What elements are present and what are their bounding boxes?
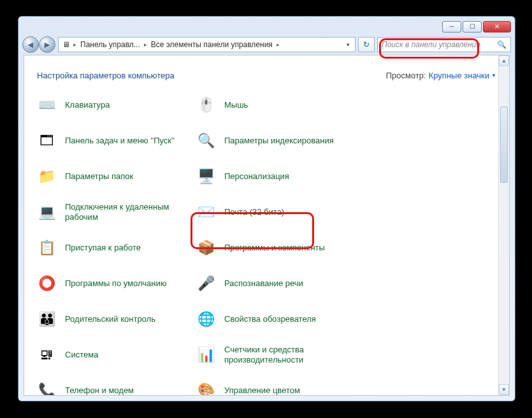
view-selector: Просмотр: Крупные значки ▼ <box>386 71 496 80</box>
item-icon: 🌐 <box>195 308 217 330</box>
refresh-button[interactable]: ↻ <box>358 37 375 52</box>
items-grid: ⌨️Клавиатура🖱️Мышь🗔Панель задач и меню '… <box>24 92 509 396</box>
item-icon: ⭕ <box>36 273 57 294</box>
item-icon: 🗔 <box>36 130 57 152</box>
breadcrumb-item[interactable]: Панель управл... <box>78 40 142 49</box>
item-label: Счетчики и средства производительности <box>224 345 361 366</box>
window-controls: ─ ☐ ✕ <box>442 21 511 32</box>
page-header: Настройка параметров компьютера Просмотр… <box>24 55 509 92</box>
control-panel-item[interactable]: 🖳Система <box>36 342 195 368</box>
scroll-up-button[interactable]: ▲ <box>499 55 509 66</box>
item-label: Программы и компоненты <box>224 243 325 253</box>
item-label: Почта (32 бита) <box>224 207 284 217</box>
view-value: Крупные значки <box>429 71 489 80</box>
control-panel-item[interactable]: ✉️Почта (32 бита) <box>195 199 361 226</box>
item-icon: 📋 <box>36 237 57 259</box>
address-dropdown-icon[interactable]: ▾ <box>344 41 352 48</box>
address-bar[interactable]: 🖥 ▸ Панель управл... ▸ Все элементы пане… <box>58 37 356 52</box>
item-label: Программы по умолчанию <box>65 278 166 289</box>
close-button[interactable]: ✕ <box>483 21 511 32</box>
control-panel-item[interactable]: 🎨Управление цветом <box>195 377 361 396</box>
control-panel-item[interactable]: ⌨️Клавиатура <box>36 92 195 119</box>
control-panel-item[interactable]: 🖱️Мышь <box>195 92 361 119</box>
search-icon: 🔍 <box>497 40 507 49</box>
item-icon: 🖱️ <box>195 94 217 116</box>
scrollbar-thumb[interactable] <box>500 106 508 183</box>
item-icon: 📁 <box>36 166 57 187</box>
minimize-button[interactable]: ─ <box>442 21 461 32</box>
item-label: Родительский контроль <box>65 314 155 324</box>
item-label: Параметры папок <box>65 171 133 182</box>
control-panel-item[interactable]: 📊Счетчики и средства производительности <box>195 342 361 368</box>
maximize-button[interactable]: ☐ <box>463 21 482 32</box>
control-panel-item[interactable]: 🖥️Персонализация <box>195 163 361 190</box>
view-label: Просмотр: <box>386 71 426 80</box>
item-icon: 📦 <box>195 237 217 259</box>
item-label: Управление цветом <box>224 386 300 396</box>
nav-buttons: ◄ ► <box>22 36 55 53</box>
titlebar: ─ ☐ ✕ <box>18 17 515 34</box>
item-label: Мышь <box>224 100 248 110</box>
breadcrumb-separator: ▸ <box>277 41 280 48</box>
item-label: Распознавание речи <box>224 278 303 289</box>
item-label: Подключения к удаленным рабочим <box>65 202 195 223</box>
item-icon: 🎨 <box>195 380 217 396</box>
navigation-bar: ◄ ► 🖥 ▸ Панель управл... ▸ Все элементы … <box>18 34 515 55</box>
control-panel-item[interactable]: 🗔Панель задач и меню ''Пуск'' <box>36 127 195 154</box>
control-panel-item[interactable]: 🎤Распознавание речи <box>195 270 361 297</box>
control-panel-item[interactable]: 📦Программы и компоненты <box>195 234 361 261</box>
vertical-scrollbar[interactable]: ▲ ▼ <box>498 55 509 395</box>
back-button[interactable]: ◄ <box>22 36 39 53</box>
content-area: Настройка параметров компьютера Просмотр… <box>24 55 510 396</box>
control-panel-item[interactable]: 📞Телефон и модем <box>36 377 195 396</box>
control-panel-item[interactable]: ⭕Программы по умолчанию <box>36 270 195 297</box>
control-panel-window: ─ ☐ ✕ ◄ ► 🖥 ▸ Панель управл... ▸ Все эле… <box>18 16 515 401</box>
control-panel-icon: 🖥 <box>61 40 71 50</box>
breadcrumb-separator: ▸ <box>73 41 76 48</box>
item-icon: 🎤 <box>195 273 217 294</box>
item-icon: ✉️ <box>195 201 217 223</box>
chevron-down-icon: ▼ <box>491 73 496 78</box>
item-label: Приступая к работе <box>65 243 141 253</box>
item-label: Свойства обозревателя <box>224 314 316 324</box>
control-panel-item[interactable]: 🔍Параметры индексирования <box>195 127 361 154</box>
scroll-down-button[interactable]: ▼ <box>499 384 509 395</box>
item-icon: 📊 <box>195 344 217 366</box>
forward-button[interactable]: ► <box>39 36 55 53</box>
item-icon: 🔍 <box>195 130 217 152</box>
item-label: Телефон и модем <box>65 386 134 396</box>
item-icon: 👪 <box>36 308 57 330</box>
breadcrumb-separator: ▸ <box>144 41 147 48</box>
item-label: Панель задач и меню ''Пуск'' <box>65 136 175 146</box>
page-title: Настройка параметров компьютера <box>37 71 175 80</box>
item-icon: ⌨️ <box>36 94 57 116</box>
item-icon: 💻 <box>36 201 57 223</box>
item-label: Параметры индексирования <box>224 136 334 146</box>
search-input[interactable]: Поиск в панели управления 🔍 <box>377 37 511 52</box>
control-panel-item[interactable]: 👪Родительский контроль <box>36 306 195 333</box>
item-label: Клавиатура <box>65 100 110 110</box>
control-panel-item[interactable]: 💻Подключения к удаленным рабочим <box>36 199 195 226</box>
item-label: Система <box>65 350 98 360</box>
search-placeholder: Поиск в панели управления <box>382 40 480 49</box>
control-panel-item[interactable]: 🌐Свойства обозревателя <box>195 306 361 333</box>
view-dropdown[interactable]: Крупные значки ▼ <box>429 71 496 80</box>
item-label: Персонализация <box>224 171 289 182</box>
item-icon: 🖥️ <box>195 166 217 187</box>
control-panel-item[interactable]: 📋Приступая к работе <box>36 234 195 261</box>
control-panel-item[interactable]: 📁Параметры папок <box>36 163 195 190</box>
breadcrumb-item[interactable]: Все элементы панели управления <box>149 40 275 49</box>
item-icon: 🖳 <box>36 344 57 366</box>
item-icon: 📞 <box>36 380 57 396</box>
